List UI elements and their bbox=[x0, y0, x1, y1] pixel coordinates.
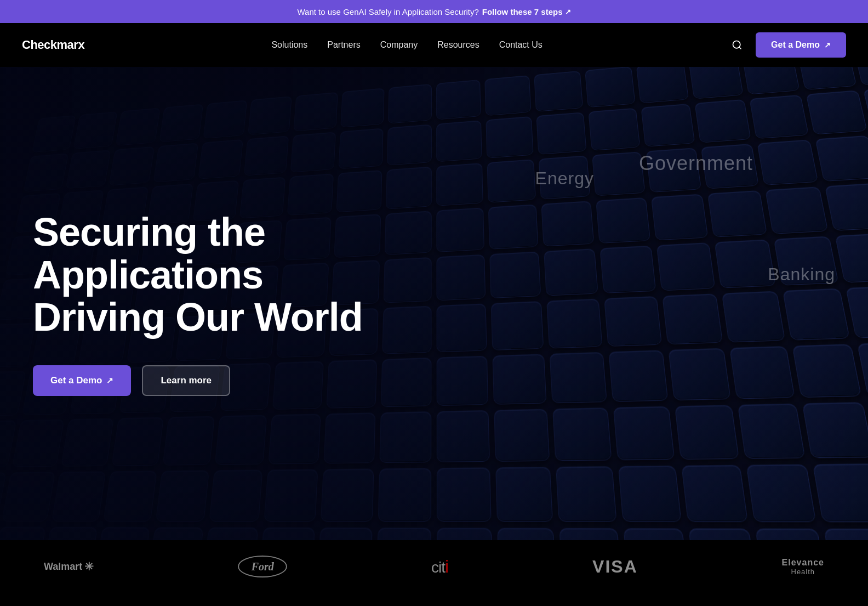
walmart-spark-icon: ✳ bbox=[84, 560, 94, 573]
navbar: Checkmarx Solutions Partners Company Res… bbox=[0, 23, 868, 67]
hero-buttons: Get a Demo Learn more bbox=[33, 365, 395, 396]
hero-section: for(let i = 0; i < 180; i++){ document.w… bbox=[0, 67, 868, 540]
logo-visa: VISA bbox=[592, 557, 638, 577]
walmart-name: Walmart bbox=[44, 561, 82, 573]
elevance-name: Elevance bbox=[782, 558, 824, 568]
nav-item-solutions[interactable]: Solutions bbox=[271, 40, 307, 50]
top-banner: Want to use GenAI Safely in Application … bbox=[0, 0, 868, 23]
logo-citi: citi bbox=[431, 557, 448, 577]
citi-dot: i bbox=[445, 557, 448, 576]
nav-menu: Solutions Partners Company Resources Con… bbox=[271, 40, 542, 50]
ford-oval: Ford bbox=[238, 556, 287, 577]
logo-ford: Ford bbox=[238, 556, 287, 577]
nav-item-resources[interactable]: Resources bbox=[437, 40, 479, 50]
navbar-right: Get a Demo bbox=[729, 32, 846, 58]
logo-walmart: Walmart ✳ bbox=[44, 560, 94, 573]
svg-point-0 bbox=[733, 41, 740, 48]
get-demo-nav-button[interactable]: Get a Demo bbox=[756, 32, 846, 58]
banner-text: Want to use GenAI Safely in Application … bbox=[297, 7, 478, 16]
citi-text: cit bbox=[431, 559, 445, 576]
search-icon bbox=[732, 39, 743, 50]
nav-item-partners[interactable]: Partners bbox=[327, 40, 360, 50]
floating-label-energy: Energy bbox=[535, 168, 594, 189]
svg-line-1 bbox=[739, 47, 741, 49]
get-demo-hero-button[interactable]: Get a Demo bbox=[33, 365, 131, 396]
floating-label-government: Government bbox=[639, 152, 753, 175]
banner-link[interactable]: Follow these 7 steps bbox=[482, 7, 571, 16]
search-button[interactable] bbox=[729, 37, 745, 53]
hero-title: Securing the Applications Driving Our Wo… bbox=[33, 211, 395, 339]
nav-item-contact[interactable]: Contact Us bbox=[499, 40, 542, 50]
learn-more-button[interactable]: Learn more bbox=[142, 365, 230, 396]
logo[interactable]: Checkmarx bbox=[22, 38, 84, 52]
logo-elevance: Elevance Health bbox=[782, 558, 824, 576]
elevance-health: Health bbox=[791, 568, 815, 576]
visa-text: VISA bbox=[592, 557, 638, 577]
nav-item-company[interactable]: Company bbox=[380, 40, 418, 50]
hero-content: Securing the Applications Driving Our Wo… bbox=[0, 211, 395, 396]
floating-label-banking: Banking bbox=[768, 264, 835, 285]
logos-strip: Walmart ✳ Ford citi VISA Elevance Health bbox=[0, 540, 868, 593]
